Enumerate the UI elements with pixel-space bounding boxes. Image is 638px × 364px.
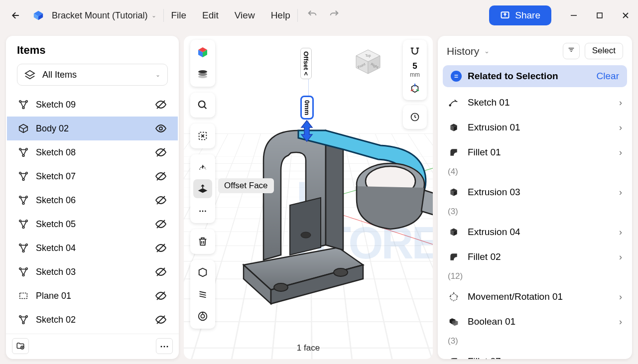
history-label: Extrusion 03 bbox=[468, 187, 520, 198]
search-button[interactable] bbox=[193, 96, 212, 115]
history-row[interactable]: Extrusion 01› bbox=[443, 115, 627, 140]
thread-button[interactable] bbox=[193, 285, 212, 304]
sketch-tool-button[interactable] bbox=[193, 157, 212, 176]
move-icon bbox=[448, 291, 460, 303]
undo-button[interactable] bbox=[307, 9, 318, 22]
svg-point-19 bbox=[19, 148, 21, 150]
share-button[interactable]: Share bbox=[489, 5, 551, 25]
item-row[interactable]: Sketch 06 bbox=[7, 188, 178, 212]
history-row[interactable]: Fillet 07› bbox=[443, 349, 627, 359]
menu-edit[interactable]: Edit bbox=[202, 10, 219, 21]
main-menu: File Edit View Help bbox=[171, 10, 290, 21]
item-label: Sketch 06 bbox=[36, 195, 76, 206]
item-row[interactable]: Sketch 04 bbox=[7, 236, 178, 260]
svg-line-51 bbox=[21, 245, 23, 250]
visibility-toggle[interactable] bbox=[155, 314, 167, 326]
measure-button[interactable] bbox=[193, 307, 212, 326]
origin-button[interactable] bbox=[406, 79, 424, 97]
menu-view[interactable]: View bbox=[235, 10, 255, 21]
sketch-icon bbox=[18, 171, 29, 182]
item-row[interactable]: Body 02 bbox=[7, 117, 178, 140]
svg-point-75 bbox=[334, 268, 348, 276]
visibility-toggle[interactable] bbox=[155, 218, 167, 230]
visibility-toggle[interactable] bbox=[155, 146, 167, 158]
select-button[interactable]: Select bbox=[585, 43, 623, 59]
document-name: Bracket Mount (Tutorial) bbox=[52, 10, 147, 21]
viewcube[interactable]: Top Front Right bbox=[353, 47, 383, 77]
close-button[interactable] bbox=[622, 12, 629, 18]
more-button[interactable]: ⋯ bbox=[156, 338, 173, 354]
item-row[interactable]: Sketch 05 bbox=[7, 212, 178, 236]
svg-point-56 bbox=[22, 274, 24, 276]
svg-point-10 bbox=[26, 101, 28, 103]
clear-filter-button[interactable]: Clear bbox=[597, 71, 619, 82]
drag-handle[interactable] bbox=[299, 120, 314, 144]
model-body[interactable] bbox=[226, 91, 433, 310]
plane-icon bbox=[18, 290, 29, 301]
visibility-toggle[interactable] bbox=[155, 194, 167, 206]
svg-rect-61 bbox=[20, 293, 27, 299]
solid-button[interactable] bbox=[193, 263, 212, 282]
chevron-down-icon[interactable]: ⌄ bbox=[484, 47, 490, 55]
svg-line-52 bbox=[24, 245, 26, 250]
body-icon bbox=[18, 123, 29, 134]
menu-file[interactable]: File bbox=[171, 10, 186, 21]
visibility-toggle[interactable] bbox=[155, 170, 167, 182]
item-row[interactable]: Sketch 02 bbox=[7, 308, 178, 332]
history-row[interactable]: Movement/Rotation 01› bbox=[443, 284, 627, 309]
item-row[interactable]: Plane 01 bbox=[7, 284, 178, 308]
history-row[interactable]: Fillet 02› bbox=[443, 244, 627, 269]
maximize-button[interactable] bbox=[596, 12, 603, 18]
minimize-button[interactable] bbox=[570, 12, 577, 18]
items-filter-dropdown[interactable]: All Items ⌄ bbox=[17, 64, 168, 86]
item-row[interactable]: Sketch 03 bbox=[7, 260, 178, 284]
visibility-toggle[interactable] bbox=[155, 242, 167, 254]
document-dropdown[interactable]: Bracket Mount (Tutorial) ⌄ bbox=[52, 10, 156, 21]
visibility-toggle[interactable] bbox=[155, 122, 167, 134]
history-row[interactable]: Sketch 01› bbox=[443, 90, 627, 115]
item-row[interactable]: Sketch 08 bbox=[7, 140, 178, 164]
chevron-right-icon: › bbox=[619, 147, 622, 158]
history-row[interactable]: Extrusion 04› bbox=[443, 220, 627, 244]
svg-marker-8 bbox=[25, 71, 34, 76]
menu-help[interactable]: Help bbox=[271, 10, 290, 21]
svg-line-37 bbox=[21, 198, 23, 202]
item-label: Sketch 09 bbox=[36, 100, 76, 110]
titlebar: Bracket Mount (Tutorial) ⌄ File Edit Vie… bbox=[0, 0, 638, 31]
svg-point-42 bbox=[22, 227, 24, 229]
delete-selection-button[interactable] bbox=[193, 126, 212, 145]
recent-button[interactable] bbox=[406, 108, 424, 126]
shaded-view-button[interactable] bbox=[193, 43, 212, 62]
offset-value-input[interactable]: 0mm bbox=[300, 96, 314, 120]
sketch-icon bbox=[18, 99, 29, 110]
history-label: Fillet 07 bbox=[468, 356, 501, 359]
visibility-toggle[interactable] bbox=[155, 290, 167, 302]
item-row[interactable]: Sketch 07 bbox=[7, 164, 178, 188]
more-tools-button[interactable]: ⋯ bbox=[193, 201, 212, 220]
svg-point-111 bbox=[449, 105, 451, 106]
layers-button[interactable] bbox=[193, 65, 212, 84]
history-row[interactable]: Boolean 01› bbox=[443, 309, 627, 334]
history-label: Extrusion 01 bbox=[468, 122, 520, 133]
visibility-toggle[interactable] bbox=[155, 266, 167, 278]
history-row[interactable]: Fillet 01› bbox=[443, 140, 627, 165]
offset-face-button[interactable] bbox=[193, 179, 212, 198]
new-folder-button[interactable] bbox=[12, 338, 29, 354]
trash-button[interactable] bbox=[193, 232, 212, 251]
back-button[interactable] bbox=[9, 8, 23, 22]
redo-button[interactable] bbox=[329, 9, 340, 22]
history-filter-button[interactable] bbox=[563, 43, 580, 59]
app-icon bbox=[32, 9, 45, 22]
svg-point-18 bbox=[159, 127, 162, 130]
visibility-toggle[interactable] bbox=[155, 99, 167, 111]
sketch-icon bbox=[18, 195, 29, 206]
snap-button[interactable] bbox=[406, 43, 424, 61]
svg-line-30 bbox=[21, 174, 23, 178]
svg-point-54 bbox=[19, 268, 21, 270]
history-title: History bbox=[447, 45, 479, 57]
item-row[interactable]: Sketch 09 bbox=[7, 93, 178, 117]
item-label: Sketch 03 bbox=[36, 267, 76, 277]
history-count: (3) bbox=[443, 334, 627, 349]
viewport[interactable]: ᴜᴘSTORE bbox=[184, 36, 433, 359]
history-row[interactable]: Extrusion 03› bbox=[443, 180, 627, 205]
